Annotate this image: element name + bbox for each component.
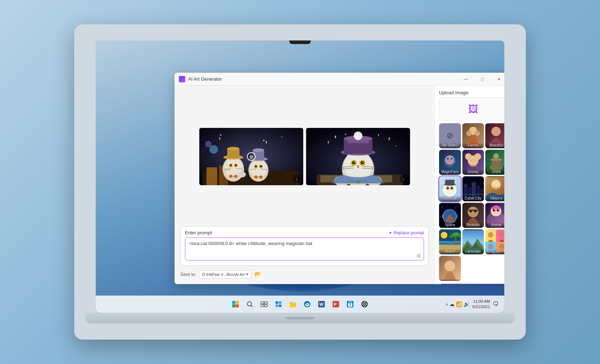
close-button[interactable]: ✕ [491,73,504,85]
svg-point-153 [247,302,252,306]
style-label-realistic: Realistic [462,222,484,228]
prompt-label: Enter prompt [185,230,212,235]
svg-rect-102 [473,184,474,185]
style-label-coolcat: CoolCat [439,196,461,201]
taskbar-icon-powerpoint[interactable]: P [329,298,342,311]
desktop: AI Art Generator — □ ✕ [96,40,504,313]
widgets-icon [275,301,282,308]
svg-line-154 [251,306,253,307]
powerpoint-icon: P [332,300,340,308]
svg-point-82 [494,153,499,159]
save-path-dropdown[interactable]: D:\HitPaw V...lBox\AI Art ▾ [199,270,252,278]
svg-point-45 [354,131,362,140]
svg-point-110 [459,214,459,214]
style-label-no-style2: No Style2 [439,143,461,148]
download-icon-right[interactable]: ↓ [400,175,407,182]
download-icon-left[interactable]: ↓ [293,175,300,182]
style-label-extra [439,279,461,281]
style-item-ghibli[interactable]: Ghibli [485,150,504,175]
taskbar-icon-store[interactable] [344,298,357,311]
svg-rect-131 [439,241,461,245]
app-window: AI Art Generator — □ ✕ [175,73,504,284]
svg-point-72 [451,158,453,159]
svg-point-12 [227,147,239,150]
save-row: Save to: D:\HitPaw V...lBox\AI Art ▾ 📂 [180,270,429,278]
maximize-button[interactable]: □ [474,73,491,85]
style-item-disney[interactable]: Disney [462,150,484,175]
taskbar-icon-taskview[interactable] [258,298,271,311]
prompt-input-wrapper: <lora:cat-000008:0.8> white c4ttitude, w… [185,238,424,262]
svg-point-33 [205,141,211,147]
style-item-coolcat[interactable]: CoolCat [439,176,461,201]
store-icon [346,300,354,308]
style-item-cybercity[interactable]: Cyber City [462,176,484,201]
style-item-family[interactable]: Family [462,123,484,148]
svg-point-32 [209,145,218,154]
style-item-extra[interactable] [439,256,461,281]
taskbar-icon-windows[interactable] [229,298,242,311]
svg-point-76 [474,153,481,160]
notification-icon[interactable]: 🗨 [493,301,499,307]
cat-art-right [306,128,410,185]
taskbar-center: W P [229,298,371,311]
folder-open-button[interactable]: 📂 [254,271,262,278]
svg-rect-157 [261,305,264,307]
style-item-no-style2[interactable]: ⊘ No Style2 [439,123,461,148]
svg-point-144 [499,232,504,238]
laptop-base [85,313,515,324]
replace-prompt-button[interactable]: ✦ Replace prompt [389,230,424,235]
zoom-icon-left[interactable]: ⊕ [247,152,256,161]
generated-image-2[interactable]: ↓ [306,128,410,185]
style-item-anime[interactable]: Anime [485,203,504,228]
taskbar: W P [96,296,504,313]
svg-rect-149 [232,301,235,304]
svg-point-50 [353,162,354,163]
style-item-andywarhol[interactable]: Andy Warhol [485,229,504,254]
minimize-button[interactable]: — [458,73,474,85]
title-bar-controls: — □ ✕ [458,73,504,85]
prompt-input[interactable]: <lora:cat-000008:0.8> white c4ttitude, w… [185,238,424,260]
style-item-magicface[interactable]: MagicFace [439,150,461,175]
taskbar-icon-edge[interactable] [301,298,314,311]
steam-icon [361,300,368,308]
chevron-up-icon[interactable]: ∧ [446,302,448,306]
svg-point-143 [488,232,494,238]
style-label-space: Space [439,222,461,228]
style-item-realistic[interactable]: Realistic [462,203,484,228]
style-item-beautiful[interactable]: Beautiful [485,123,504,148]
generated-image-1[interactable]: ⊕ ↓ [199,128,303,185]
svg-rect-151 [232,305,235,308]
svg-rect-6 [206,167,217,185]
svg-point-109 [456,207,456,208]
taskbar-icon-widgets[interactable] [272,298,285,311]
clock-time: 11:00 AM [472,299,490,304]
generate-button[interactable]: Generate [439,284,504,284]
canvas-area: ⊕ ↓ [175,86,434,284]
svg-rect-132 [455,235,456,245]
svg-rect-81 [490,159,502,161]
style-item-space[interactable]: Space [439,203,461,228]
prompt-header: Enter prompt ✦ Replace prompt [185,230,424,235]
clock-area[interactable]: 11:00 AM 6/21/2021 [472,299,490,310]
upload-icon: 🖼 [468,103,478,115]
svg-rect-159 [276,301,278,304]
window-title: AI Art Generator [188,76,222,82]
svg-point-15 [230,164,232,166]
title-bar-left: AI Art Generator [179,76,222,82]
taskbar-icon-steam[interactable] [358,298,371,311]
style-item-beach[interactable]: Beach [439,229,461,254]
svg-point-111 [441,217,441,217]
taskbar-icon-search[interactable] [243,298,256,311]
svg-point-1 [220,134,222,136]
upload-box[interactable]: 🖼 [439,97,504,120]
svg-point-3 [263,140,265,141]
clear-icon[interactable]: ⊗ [416,252,421,259]
style-label-ghibli: Ghibli [485,169,504,175]
volume-icon: 🔊 [463,301,470,307]
style-item-landscape[interactable]: Lanscape [462,229,484,254]
taskbar-icon-explorer[interactable] [286,298,299,311]
file-explorer-icon [289,300,297,308]
taskbar-icon-word[interactable]: W [315,298,328,311]
style-item-ukiyoe[interactable]: Ukiyo-e [485,176,504,201]
svg-point-136 [441,232,448,239]
